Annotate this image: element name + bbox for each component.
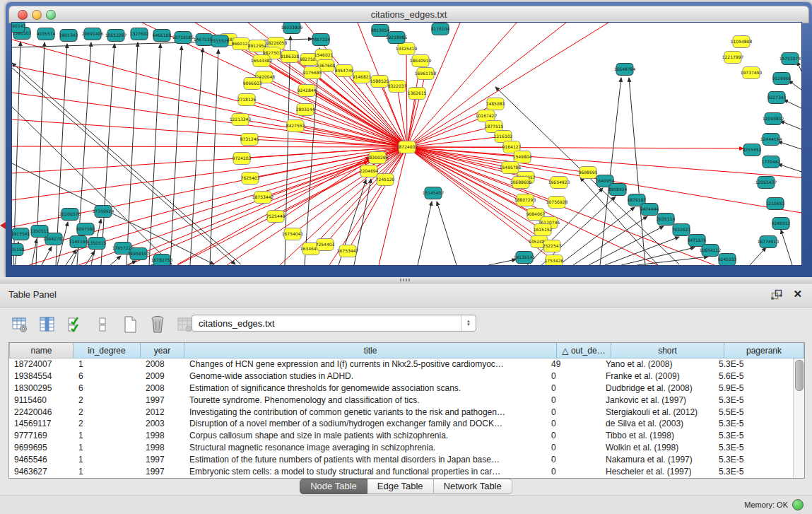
graph-node[interactable]: 7625403 — [241, 173, 260, 185]
graph-node[interactable]: 8427552 — [286, 120, 305, 132]
graph-node[interactable]: 18640910 — [410, 55, 432, 67]
graph-node[interactable]: 18807293 — [514, 194, 536, 206]
column-header-out_de[interactable]: △ out_de… — [557, 343, 611, 358]
table-settings-icon[interactable] — [10, 315, 30, 334]
graph-node[interactable]: 9096603 — [243, 78, 262, 90]
table-row[interactable]: 1938455462009Genome-wide association stu… — [9, 370, 794, 382]
graph-node[interactable]: 1615152 — [534, 224, 553, 236]
graph-node[interactable]: 9698695 — [579, 167, 598, 179]
graph-node[interactable]: 1770442 — [762, 156, 781, 168]
graph-node[interactable]: 16753447 — [337, 245, 359, 257]
graph-node[interactable]: 12217997 — [722, 52, 744, 64]
graph-node[interactable]: 9245033 — [718, 254, 737, 266]
graph-node[interactable]: 2718126 — [237, 94, 257, 106]
graph-node[interactable]: 9505150 — [12, 244, 25, 256]
graph-node[interactable]: 15145457 — [423, 187, 445, 199]
graph-node[interactable]: 19737493 — [741, 67, 763, 79]
network-view[interactable]: 7663822866012389129541822605898275038186… — [12, 23, 801, 265]
graph-node[interactable]: 2204694 — [360, 165, 379, 177]
graph-node[interactable]: 20206576 — [59, 209, 81, 221]
select-all-icon[interactable] — [65, 315, 85, 334]
new-column-icon[interactable] — [120, 315, 140, 334]
vertical-scrollbar[interactable] — [793, 358, 804, 478]
graph-node[interactable]: 9175685 — [303, 67, 322, 79]
graph-node[interactable]: 1549804 — [513, 151, 532, 163]
graph-node[interactable]: 8186328 — [281, 51, 300, 63]
graph-node[interactable]: 12065437 — [755, 177, 777, 189]
table-row[interactable]: 946554611997Estimation of the future num… — [9, 453, 794, 465]
graph-node[interactable]: 16033809 — [281, 23, 303, 34]
divider-grip-icon[interactable] — [400, 279, 411, 281]
graph-node[interactable]: 7515526 — [211, 35, 230, 47]
graph-node[interactable]: 16774513 — [758, 236, 779, 248]
graph-node[interactable]: 6466100 — [153, 30, 172, 42]
graph-node[interactable]: 8215953 — [743, 144, 762, 156]
table-row[interactable]: 1456911722003Disruption of a novel membe… — [9, 418, 794, 430]
graph-node[interactable]: 19654923 — [548, 177, 570, 189]
graph-node[interactable]: 14136141 — [514, 252, 536, 264]
graph-node[interactable]: 13325419 — [396, 43, 418, 55]
tab-edge-table[interactable]: Edge Table — [367, 479, 434, 494]
column-header-in_degree[interactable]: in_degree — [73, 343, 141, 358]
graph-node[interactable]: 4035574 — [37, 28, 56, 40]
graph-node[interactable]: 1362615 — [408, 88, 427, 100]
column-header-title[interactable]: title — [184, 343, 557, 358]
graph-node[interactable]: 9227343 — [767, 92, 787, 104]
graph-node[interactable]: 16648784 — [614, 64, 636, 76]
graph-node[interactable]: 18753442 — [252, 192, 274, 204]
graph-node[interactable]: 1588520 — [370, 76, 389, 88]
memory-ok-indicator-icon[interactable] — [792, 499, 804, 510]
table-row[interactable]: 911546021997Tourette syndrome. Phenomeno… — [9, 394, 794, 406]
deselect-icon[interactable] — [93, 315, 112, 334]
dropdown-spinner-icon[interactable]: ▲▼ — [461, 315, 476, 331]
table-selector-dropdown[interactable]: citations_edges.txt ▲▼ — [192, 315, 476, 332]
graph-node[interactable]: 15751074 — [779, 53, 801, 65]
graph-node[interactable]: 8454749 — [335, 65, 354, 77]
column-select-icon[interactable] — [37, 315, 57, 334]
graph-node[interactable]: 10756928 — [546, 197, 568, 209]
column-header-short[interactable]: short — [611, 343, 724, 358]
graph-node[interactable]: 9097588 — [76, 223, 95, 235]
graph-node[interactable]: 2803144 — [296, 104, 315, 116]
graph-node[interactable]: 2935114 — [657, 214, 676, 226]
close-panel-icon[interactable]: ✕ — [793, 288, 802, 300]
table-row[interactable]: 1830029562008Estimation of significance … — [9, 382, 794, 395]
graph-node[interactable]: 1350515 — [88, 238, 107, 250]
graph-node[interactable]: 15495786 — [500, 162, 522, 174]
network-canvas[interactable]: 7663822866012389129541822605898275038186… — [11, 22, 802, 266]
graph-node[interactable]: 9242844 — [298, 85, 317, 97]
graph-node[interactable]: 10688609 — [510, 177, 532, 189]
graph-node[interactable]: 9474444 — [640, 204, 659, 216]
graph-node[interactable]: 7857224 — [312, 34, 331, 46]
graph-node[interactable]: 1210653 — [766, 198, 785, 210]
graph-node[interactable]: 17359924 — [93, 206, 114, 218]
graph-node[interactable]: 11054808 — [731, 36, 753, 48]
graph-node[interactable]: 9146821 — [353, 71, 372, 83]
tab-network-table[interactable]: Network Table — [434, 479, 512, 494]
graph-node[interactable]: 16961758 — [415, 68, 437, 80]
delete-column-icon[interactable] — [148, 315, 167, 334]
graph-node[interactable]: 18724007 — [396, 141, 418, 153]
graph-node[interactable]: 16782753 — [151, 255, 173, 266]
graph-node[interactable]: 10653287 — [105, 30, 127, 42]
graph-node[interactable]: 8118104 — [431, 23, 450, 35]
graph-node[interactable]: 10719185 — [172, 32, 194, 44]
graph-node[interactable]: 1990143 — [12, 23, 26, 33]
table-row[interactable]: 2242004622012Investigating the contribut… — [9, 406, 794, 418]
table-row[interactable]: 946362711997Embryonic stem cells: a mode… — [9, 465, 794, 477]
graph-node[interactable]: 7525440 — [266, 211, 286, 223]
graph-node[interactable]: 10654112 — [700, 245, 722, 257]
graph-node[interactable]: 7632621 — [672, 224, 691, 236]
graph-node[interactable]: 8731246 — [240, 134, 259, 146]
column-header-pagerank[interactable]: pagerank — [724, 343, 804, 358]
graph-node[interactable]: 12093832 — [763, 113, 784, 125]
tab-node-table[interactable]: Node Table — [300, 479, 367, 494]
graph-node[interactable]: 3913541 — [12, 228, 30, 240]
column-header-year[interactable]: year — [141, 343, 184, 358]
graph-node[interactable]: 16754041 — [282, 228, 304, 240]
column-header-name[interactable]: name — [9, 343, 73, 358]
graph-node[interactable]: 1753426 — [545, 255, 564, 266]
graph-node[interactable]: 1901343 — [59, 30, 78, 42]
collapse-panel-arrow-icon[interactable] — [0, 222, 6, 229]
graph-node[interactable]: 16958107 — [128, 248, 150, 260]
